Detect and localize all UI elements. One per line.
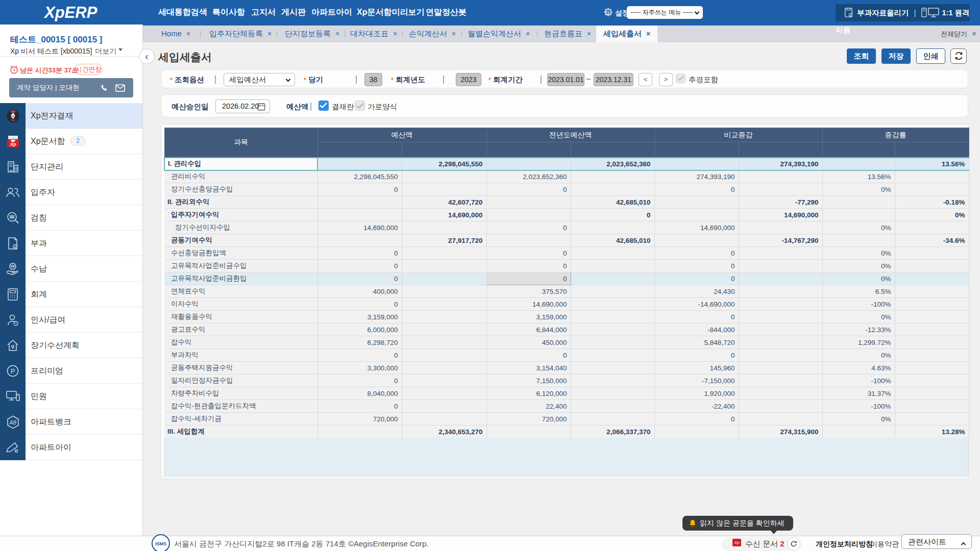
svg-text:₩: ₩ [11, 264, 15, 269]
svg-text:AB: AB [9, 419, 16, 425]
svg-text:₩: ₩ [10, 214, 15, 220]
svg-text:P: P [11, 367, 15, 375]
svg-text:Xp: Xp [9, 142, 16, 147]
